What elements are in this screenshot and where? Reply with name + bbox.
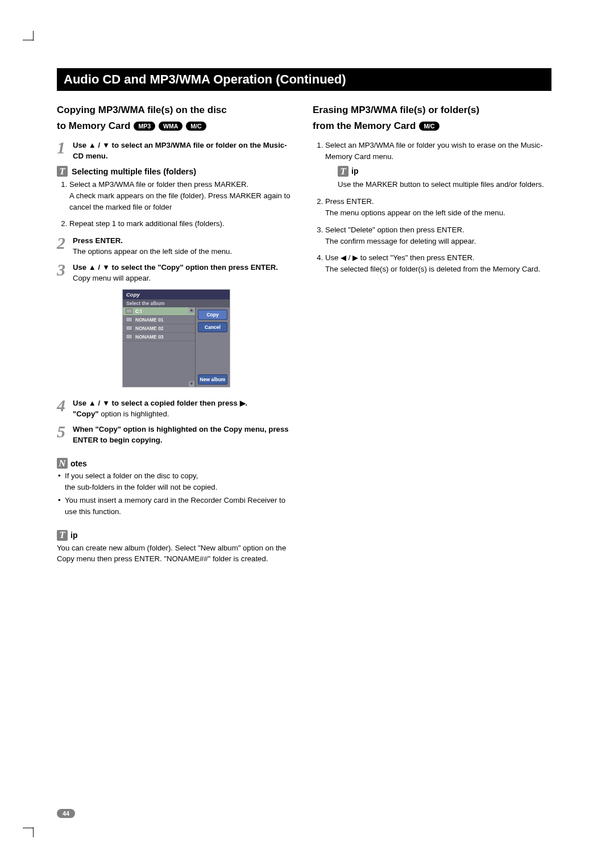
copy-ui-title: Copy	[123, 290, 230, 299]
step-5-text: When "Copy" option is highlighted on the…	[73, 425, 289, 444]
notes-item-1a: If you select a folder on the disc to co…	[65, 471, 198, 480]
step-4-line1: Use ▲ / ▼ to select a copied folder then…	[73, 399, 247, 407]
erase-list: Select an MP3/WMA file or folder you wis…	[313, 140, 551, 275]
copy-ui-copy-button: Copy	[198, 310, 227, 320]
right-tip-head-text: ip	[351, 165, 358, 177]
copy-ui-row-2: NONAME 02	[135, 326, 164, 331]
drive-icon	[126, 308, 132, 314]
step-4: 4 Use ▲ / ▼ to select a copied folder th…	[57, 398, 296, 419]
step-number-5: 5	[57, 424, 69, 445]
copy-ui-row-3: NONAME 03	[135, 334, 164, 340]
notes-list: If you select a folder on the disc to co…	[57, 470, 296, 517]
step-number-4: 4	[57, 398, 69, 419]
badge-mc: M/C	[419, 122, 439, 131]
copy-ui-list: ▲ C:\ NONAME 01 NONAME 02	[123, 307, 196, 387]
notes-item-2: You must insert a memory card in the Rec…	[57, 495, 296, 518]
copy-ui-subtitle: Select the album	[123, 299, 230, 307]
erase-item-3b: The confirm message for deleting will ap…	[325, 236, 551, 247]
erase-item-4a: Use ◀ / ▶ to select "Yes" then press ENT…	[325, 253, 475, 262]
multi-select-list: Select a MP3/WMA file or folder then pre…	[57, 179, 296, 229]
copy-ui-row-0: C:\	[135, 308, 142, 314]
erase-item-4b: The selected file(s) or folder(s) is del…	[325, 264, 551, 275]
multi-select-item-1: Select a MP3/WMA file or folder then pre…	[69, 179, 296, 212]
right-tip-body: Use the MARKER button to select multiple…	[338, 179, 551, 190]
folder-icon	[126, 334, 132, 339]
page-title-bar: Audio CD and MP3/WMA Operation (Continue…	[57, 68, 551, 91]
right-heading-line2-text: from the Memory Card	[313, 120, 416, 132]
copy-menu-screenshot: Copy Select the album ▲ C:\ NONAME 01	[122, 289, 230, 387]
notes-item-1: If you select a folder on the disc to co…	[57, 470, 296, 493]
multi-select-item-1b: A check mark appears on the file (folder…	[69, 190, 296, 213]
copy-ui-row: NONAME 01	[123, 316, 195, 324]
right-heading-line2: from the Memory Card M/C	[313, 120, 439, 132]
step-1-text: Use ▲ / ▼ to select an MP3/WMA file or f…	[73, 141, 287, 160]
tip-icon: T	[57, 166, 68, 177]
step-2: 2 Press ENTER. The options appear on the…	[57, 235, 296, 257]
badge-wma: WMA	[159, 122, 182, 131]
step-3: 3 Use ▲ / ▼ to select the "Copy" option …	[57, 262, 296, 283]
selecting-multiple-heading: T Selecting multiple files (folders)	[57, 166, 296, 177]
scroll-down-icon: ▼	[189, 381, 194, 387]
step-number-3: 3	[57, 262, 69, 283]
erase-item-2: Press ENTER. The menu options appear on …	[325, 196, 551, 219]
erase-item-3: Select "Delete" option then press ENTER.…	[325, 224, 551, 247]
erase-item-1-text: Select an MP3/WMA file or folder you wis…	[325, 141, 543, 161]
folder-icon	[126, 326, 132, 331]
notes-heading: Notes	[57, 458, 296, 469]
step-number-1: 1	[57, 140, 69, 161]
left-column: Copying MP3/WMA file(s) on the disc to M…	[57, 103, 296, 568]
copy-ui-cancel-button: Cancel	[198, 322, 227, 332]
step-4-copy-word: "Copy"	[73, 410, 98, 418]
tip-heading: Tip	[57, 530, 296, 541]
folder-icon	[126, 317, 132, 322]
notes-head-text: otes	[70, 459, 87, 468]
multi-select-item-2: Repeat step 1 to mark additional files (…	[69, 218, 296, 229]
right-heading-line1: Erasing MP3/WMA file(s) or folder(s)	[313, 103, 551, 117]
tip-icon: T	[57, 530, 68, 541]
copy-ui-sidebar: Copy Cancel New album	[196, 307, 230, 387]
copy-ui-row-selected: C:\	[123, 307, 195, 316]
copy-ui-new-album-button: New album	[198, 374, 227, 385]
copy-ui-row: NONAME 03	[123, 333, 195, 341]
scroll-up-icon: ▲	[189, 307, 194, 313]
left-heading-line2-text: to Memory Card	[57, 120, 130, 132]
erase-item-3a: Select "Delete" option then press ENTER.	[325, 226, 464, 234]
step-4-rest: option is highlighted.	[98, 410, 169, 418]
erase-item-2b: The menu options appear on the left side…	[325, 207, 551, 219]
copy-ui-row: NONAME 02	[123, 324, 195, 333]
selecting-multiple-text: Selecting multiple files (folders)	[72, 167, 196, 176]
erase-item-1: Select an MP3/WMA file or folder you wis…	[325, 140, 551, 190]
step-5: 5 When "Copy" option is highlighted on t…	[57, 424, 296, 445]
notes-item-1b: the sub-folders in the folder will not b…	[65, 483, 217, 491]
step-3-body: Copy menu will appear.	[73, 274, 151, 282]
left-heading-line2: to Memory Card MP3 WMA M/C	[57, 120, 206, 132]
erase-item-4: Use ◀ / ▶ to select "Yes" then press ENT…	[325, 252, 551, 275]
step-1: 1 Use ▲ / ▼ to select an MP3/WMA file or…	[57, 140, 296, 161]
tip-body: You can create new album (folder). Selec…	[57, 542, 296, 565]
step-number-2: 2	[57, 235, 69, 257]
right-tip-heading: Tip	[338, 165, 551, 177]
tip-icon: T	[338, 166, 349, 177]
page-number: 44	[57, 809, 75, 818]
notes-icon: N	[57, 458, 68, 469]
left-heading-line1: Copying MP3/WMA file(s) on the disc	[57, 103, 296, 117]
badge-mc: M/C	[186, 122, 206, 131]
multi-select-item-1a: Select a MP3/WMA file or folder then pre…	[69, 180, 248, 189]
copy-ui-row-1: NONAME 01	[135, 317, 164, 323]
right-column: Erasing MP3/WMA file(s) or folder(s) fro…	[313, 103, 551, 568]
step-3-bold: Use ▲ / ▼ to select the "Copy" option th…	[73, 263, 278, 272]
tip-head-text: ip	[70, 531, 77, 540]
step-2-body: The options appear on the left side of t…	[73, 247, 232, 256]
erase-item-2a: Press ENTER.	[325, 197, 374, 206]
step-2-bold: Press ENTER.	[73, 236, 123, 245]
badge-mp3: MP3	[134, 122, 155, 131]
